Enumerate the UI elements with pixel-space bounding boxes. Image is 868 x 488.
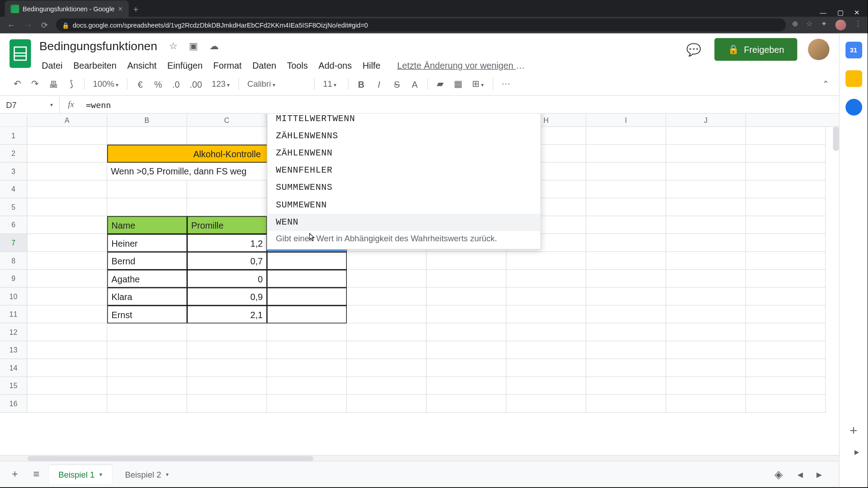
tasks-icon[interactable] (845, 99, 862, 116)
address-bar[interactable]: 🔒 docs.google.com/spreadsheets/d/1vg2Rcd… (56, 19, 786, 32)
menu-insert[interactable]: Einfügen (163, 58, 208, 73)
col-header[interactable]: J (666, 114, 746, 127)
autocomplete-item[interactable]: MITTELWERTWENN (268, 114, 541, 127)
maximize-icon[interactable]: ▢ (837, 9, 843, 17)
cell[interactable] (267, 395, 347, 413)
redo-button[interactable]: ↷ (28, 76, 43, 92)
cell[interactable] (666, 341, 746, 359)
menu-tools[interactable]: Tools (282, 58, 312, 73)
strike-button[interactable]: S (389, 76, 405, 91)
value-cell[interactable]: 1,2 (187, 234, 267, 252)
row-header[interactable]: 5 (0, 198, 28, 216)
menu-help[interactable]: Hilfe (358, 58, 385, 73)
cell[interactable] (28, 288, 108, 306)
cell[interactable] (347, 270, 427, 288)
last-edit-link[interactable]: Letzte Änderung vor wenigen Sek… (392, 58, 535, 73)
cell[interactable] (28, 341, 108, 359)
cell[interactable] (107, 127, 187, 145)
result-cell[interactable] (267, 252, 347, 270)
cell[interactable] (506, 324, 586, 342)
cell[interactable] (586, 252, 666, 270)
row-header[interactable]: 7 (0, 234, 28, 252)
cell[interactable] (746, 252, 826, 270)
cell[interactable] (267, 324, 347, 342)
undo-button[interactable]: ↶ (9, 76, 25, 92)
row-header[interactable]: 10 (0, 288, 28, 306)
cell[interactable] (666, 252, 746, 270)
cell[interactable] (28, 216, 108, 234)
cell[interactable] (666, 377, 746, 395)
tab-close-icon[interactable]: × (118, 4, 123, 13)
cell[interactable] (347, 324, 427, 342)
collapse-toolbar-icon[interactable]: ⌃ (822, 79, 830, 89)
row-header[interactable]: 4 (0, 180, 28, 198)
star-icon[interactable]: ☆ (167, 41, 180, 52)
name-cell[interactable]: Klara (107, 288, 187, 306)
cell[interactable] (586, 234, 666, 252)
cell[interactable] (28, 395, 108, 413)
cell[interactable] (586, 305, 666, 324)
new-tab-button[interactable]: + (128, 2, 143, 17)
cell[interactable] (586, 341, 666, 359)
cell[interactable] (666, 216, 746, 234)
sheet-tab-2[interactable]: Beispiel 2 (115, 465, 178, 484)
cell[interactable] (107, 180, 187, 198)
percent-button[interactable]: % (151, 76, 166, 91)
cell[interactable] (107, 359, 187, 377)
cell[interactable] (187, 341, 267, 359)
col-header[interactable]: B (107, 114, 187, 127)
cell[interactable] (666, 305, 746, 324)
menu-file[interactable]: Datei (37, 58, 67, 73)
sheets-logo-icon[interactable] (9, 39, 31, 68)
cell[interactable] (267, 359, 347, 377)
cell[interactable] (746, 288, 826, 306)
cell[interactable] (666, 395, 746, 413)
minimize-icon[interactable]: — (820, 9, 826, 17)
currency-button[interactable]: € (132, 76, 148, 91)
value-cell[interactable]: 0,9 (187, 288, 267, 306)
cell[interactable] (427, 252, 507, 270)
cell[interactable] (666, 234, 746, 252)
fill-color-button[interactable]: ▰ (433, 76, 448, 92)
cell[interactable] (427, 288, 507, 306)
row-header[interactable]: 6 (0, 216, 28, 234)
autocomplete-item[interactable]: SUMMEWENNS (268, 179, 541, 197)
italic-button[interactable]: I (371, 76, 387, 91)
menu-data[interactable]: Daten (248, 58, 281, 73)
cell[interactable] (586, 163, 666, 181)
cell[interactable] (666, 145, 746, 163)
row-header[interactable]: 1 (0, 127, 28, 145)
spreadsheet-grid[interactable]: A B C D H I J 12345678910111213141516 Al… (0, 114, 839, 455)
vertical-scrollbar[interactable] (833, 127, 839, 151)
row-header[interactable]: 9 (0, 270, 28, 288)
cell[interactable] (746, 198, 826, 216)
cell[interactable] (187, 180, 267, 198)
decrease-decimal-button[interactable]: .0 (168, 76, 184, 91)
cell[interactable] (28, 127, 108, 145)
table-header-cell[interactable]: Promille (187, 216, 267, 234)
name-cell[interactable]: Ernst (107, 305, 187, 324)
cell[interactable] (506, 270, 586, 288)
cell[interactable] (666, 127, 746, 145)
cell[interactable] (506, 395, 586, 413)
cloud-status-icon[interactable]: ☁ (208, 41, 221, 52)
cell[interactable] (187, 198, 267, 216)
bold-button[interactable]: B (354, 76, 369, 91)
menu-format[interactable]: Format (208, 58, 246, 73)
cell[interactable] (666, 198, 746, 216)
cell[interactable] (267, 341, 347, 359)
merge-button[interactable]: ⊞ (468, 76, 488, 92)
autocomplete-item[interactable]: ZÄHLENWENNS (268, 127, 541, 145)
cell[interactable] (506, 341, 586, 359)
cell[interactable] (187, 127, 267, 145)
value-cell[interactable]: 2,1 (187, 305, 267, 324)
cell[interactable] (107, 198, 187, 216)
name-cell[interactable]: Bernd (107, 252, 187, 270)
row-header[interactable]: 8 (0, 252, 28, 270)
cell[interactable] (746, 305, 826, 324)
cell[interactable] (666, 270, 746, 288)
name-cell[interactable]: Heiner (107, 234, 187, 252)
col-header[interactable]: I (586, 114, 666, 127)
cell[interactable] (586, 395, 666, 413)
more-toolbar-button[interactable]: ⋯ (498, 76, 514, 92)
